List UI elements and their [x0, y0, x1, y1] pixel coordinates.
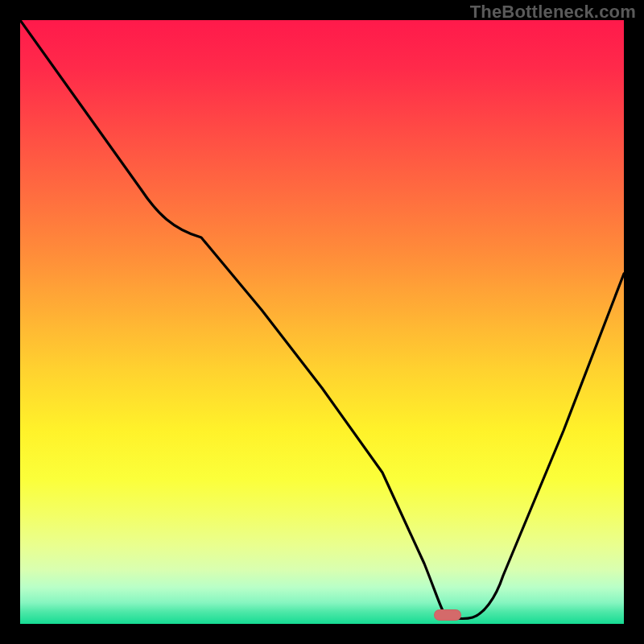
curve-path — [20, 20, 624, 619]
chart-frame: TheBottleneck.com — [0, 0, 644, 644]
plot-area — [20, 20, 624, 624]
optimal-marker — [434, 609, 461, 621]
bottleneck-curve — [20, 20, 624, 624]
